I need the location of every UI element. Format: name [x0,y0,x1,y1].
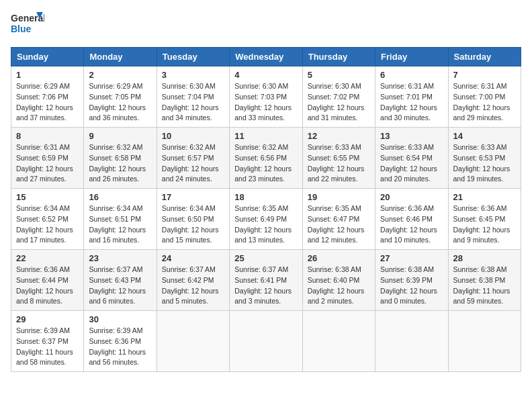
calendar-cell: 15Sunrise: 6:34 AM Sunset: 6:52 PM Dayli… [11,189,84,250]
day-info: Sunrise: 6:30 AM Sunset: 7:02 PM Dayligh… [308,81,370,124]
day-number: 8 [16,131,79,141]
calendar-cell: 26Sunrise: 6:38 AM Sunset: 6:40 PM Dayli… [302,250,375,311]
day-info: Sunrise: 6:33 AM Sunset: 6:55 PM Dayligh… [308,142,370,185]
logo-svg: General Blue [11,11,44,39]
day-number: 20 [380,192,443,202]
day-info: Sunrise: 6:32 AM Sunset: 6:58 PM Dayligh… [89,142,151,185]
calendar-cell: 27Sunrise: 6:38 AM Sunset: 6:39 PM Dayli… [375,250,448,311]
day-info: Sunrise: 6:35 AM Sunset: 6:47 PM Dayligh… [308,203,370,246]
calendar-cell [230,311,302,372]
calendar-cell: 16Sunrise: 6:34 AM Sunset: 6:51 PM Dayli… [84,189,157,250]
calendar-cell: 1Sunrise: 6:29 AM Sunset: 7:06 PM Daylig… [11,66,84,128]
logo: General Blue [11,11,44,39]
day-number: 5 [308,70,370,80]
calendar-cell: 25Sunrise: 6:37 AM Sunset: 6:41 PM Dayli… [230,250,302,311]
day-number: 24 [162,253,224,263]
calendar-cell: 28Sunrise: 6:38 AM Sunset: 6:38 PM Dayli… [448,250,521,311]
calendar-week-row: 15Sunrise: 6:34 AM Sunset: 6:52 PM Dayli… [11,189,521,250]
calendar-table: SundayMondayTuesdayWednesdayThursdayFrid… [11,47,521,372]
day-number: 22 [16,253,79,263]
header-thursday: Thursday [302,48,375,66]
day-number: 7 [453,70,516,80]
day-number: 16 [89,192,151,202]
calendar-cell: 10Sunrise: 6:32 AM Sunset: 6:57 PM Dayli… [157,128,229,189]
calendar-cell: 21Sunrise: 6:36 AM Sunset: 6:45 PM Dayli… [448,189,521,250]
day-number: 1 [16,70,79,80]
calendar-cell: 20Sunrise: 6:36 AM Sunset: 6:46 PM Dayli… [375,189,448,250]
day-number: 28 [453,253,516,263]
calendar-cell [375,311,448,372]
day-info: Sunrise: 6:39 AM Sunset: 6:36 PM Dayligh… [89,326,151,368]
day-number: 14 [453,131,516,141]
calendar-cell: 29Sunrise: 6:39 AM Sunset: 6:37 PM Dayli… [11,311,84,372]
day-number: 4 [234,70,297,80]
calendar-cell: 22Sunrise: 6:36 AM Sunset: 6:44 PM Dayli… [11,250,84,311]
calendar-cell [302,311,375,372]
header-friday: Friday [375,48,448,66]
calendar-cell: 6Sunrise: 6:31 AM Sunset: 7:01 PM Daylig… [375,66,448,128]
day-info: Sunrise: 6:36 AM Sunset: 6:46 PM Dayligh… [380,203,443,246]
calendar-cell [157,311,229,372]
day-info: Sunrise: 6:31 AM Sunset: 7:01 PM Dayligh… [380,81,443,124]
day-number: 2 [89,70,151,80]
day-number: 11 [234,131,297,141]
day-info: Sunrise: 6:33 AM Sunset: 6:54 PM Dayligh… [380,142,443,185]
day-info: Sunrise: 6:29 AM Sunset: 7:06 PM Dayligh… [16,81,79,124]
day-info: Sunrise: 6:30 AM Sunset: 7:03 PM Dayligh… [234,81,297,124]
day-number: 23 [89,253,151,263]
calendar-cell [448,311,521,372]
header-row: SundayMondayTuesdayWednesdayThursdayFrid… [11,48,521,66]
calendar-cell: 17Sunrise: 6:34 AM Sunset: 6:50 PM Dayli… [157,189,229,250]
day-info: Sunrise: 6:37 AM Sunset: 6:41 PM Dayligh… [234,265,297,307]
day-info: Sunrise: 6:36 AM Sunset: 6:45 PM Dayligh… [453,203,516,246]
day-info: Sunrise: 6:36 AM Sunset: 6:44 PM Dayligh… [16,265,79,307]
day-number: 29 [16,314,79,324]
calendar-cell: 14Sunrise: 6:33 AM Sunset: 6:53 PM Dayli… [448,128,521,189]
day-info: Sunrise: 6:38 AM Sunset: 6:38 PM Dayligh… [453,265,516,307]
day-info: Sunrise: 6:29 AM Sunset: 7:05 PM Dayligh… [89,81,151,124]
calendar-cell: 23Sunrise: 6:37 AM Sunset: 6:43 PM Dayli… [84,250,157,311]
day-number: 18 [234,192,297,202]
calendar-week-row: 8Sunrise: 6:31 AM Sunset: 6:59 PM Daylig… [11,128,521,189]
calendar-cell: 13Sunrise: 6:33 AM Sunset: 6:54 PM Dayli… [375,128,448,189]
day-info: Sunrise: 6:39 AM Sunset: 6:37 PM Dayligh… [16,326,79,368]
calendar-cell: 9Sunrise: 6:32 AM Sunset: 6:58 PM Daylig… [84,128,157,189]
day-number: 27 [380,253,443,263]
calendar-cell: 24Sunrise: 6:37 AM Sunset: 6:42 PM Dayli… [157,250,229,311]
day-info: Sunrise: 6:31 AM Sunset: 7:00 PM Dayligh… [453,81,516,124]
page-header: General Blue [11,11,521,39]
day-number: 21 [453,192,516,202]
day-number: 15 [16,192,79,202]
day-number: 3 [162,70,224,80]
calendar-cell: 18Sunrise: 6:35 AM Sunset: 6:49 PM Dayli… [230,189,302,250]
calendar-week-row: 22Sunrise: 6:36 AM Sunset: 6:44 PM Dayli… [11,250,521,311]
day-info: Sunrise: 6:37 AM Sunset: 6:42 PM Dayligh… [162,265,224,307]
calendar-cell: 5Sunrise: 6:30 AM Sunset: 7:02 PM Daylig… [302,66,375,128]
day-number: 10 [162,131,224,141]
day-info: Sunrise: 6:38 AM Sunset: 6:39 PM Dayligh… [380,265,443,307]
day-info: Sunrise: 6:32 AM Sunset: 6:57 PM Dayligh… [162,142,224,185]
day-number: 26 [308,253,370,263]
day-info: Sunrise: 6:30 AM Sunset: 7:04 PM Dayligh… [162,81,224,124]
calendar-cell: 30Sunrise: 6:39 AM Sunset: 6:36 PM Dayli… [84,311,157,372]
svg-text:Blue: Blue [11,24,32,34]
day-info: Sunrise: 6:35 AM Sunset: 6:49 PM Dayligh… [234,203,297,246]
header-sunday: Sunday [11,48,84,66]
header-wednesday: Wednesday [230,48,302,66]
header-saturday: Saturday [448,48,521,66]
calendar-week-row: 1Sunrise: 6:29 AM Sunset: 7:06 PM Daylig… [11,66,521,128]
day-number: 19 [308,192,370,202]
header-monday: Monday [84,48,157,66]
day-number: 25 [234,253,297,263]
day-number: 12 [308,131,370,141]
day-number: 6 [380,70,443,80]
day-info: Sunrise: 6:38 AM Sunset: 6:40 PM Dayligh… [308,265,370,307]
day-info: Sunrise: 6:34 AM Sunset: 6:51 PM Dayligh… [89,203,151,246]
day-number: 13 [380,131,443,141]
day-info: Sunrise: 6:34 AM Sunset: 6:50 PM Dayligh… [162,203,224,246]
calendar-cell: 7Sunrise: 6:31 AM Sunset: 7:00 PM Daylig… [448,66,521,128]
calendar-cell: 19Sunrise: 6:35 AM Sunset: 6:47 PM Dayli… [302,189,375,250]
day-info: Sunrise: 6:34 AM Sunset: 6:52 PM Dayligh… [16,203,79,246]
calendar-week-row: 29Sunrise: 6:39 AM Sunset: 6:37 PM Dayli… [11,311,521,372]
header-tuesday: Tuesday [157,48,229,66]
